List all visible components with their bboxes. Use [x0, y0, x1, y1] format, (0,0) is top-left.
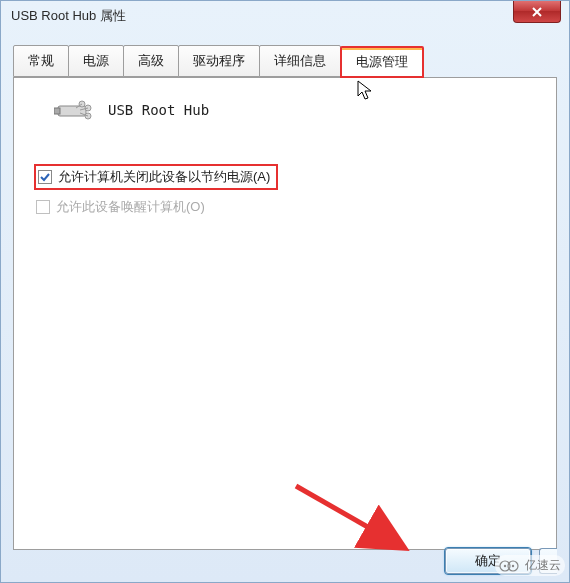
svg-rect-1	[54, 108, 60, 114]
device-name: USB Root Hub	[108, 102, 209, 118]
usb-hub-icon	[54, 96, 94, 124]
watermark-icon	[499, 559, 521, 573]
watermark: 亿速云	[495, 555, 565, 576]
checkbox-allow-shutdown-row[interactable]: 允许计算机关闭此设备以节约电源(A)	[34, 164, 278, 190]
tab-power-management[interactable]: 电源管理	[340, 46, 424, 78]
close-button[interactable]	[513, 1, 561, 23]
tab-power[interactable]: 电源	[68, 45, 124, 77]
tab-active-highlight	[342, 48, 422, 50]
device-header: USB Root Hub	[54, 96, 540, 124]
tabstrip: 常规 电源 高级 驱动程序 详细信息 电源管理	[13, 45, 557, 77]
checkbox-allow-wake-label: 允许此设备唤醒计算机(O)	[56, 198, 205, 216]
properties-window: USB Root Hub 属性 常规 电源 高级 驱动程序 详细信息 电源管理	[0, 0, 570, 583]
tab-details[interactable]: 详细信息	[259, 45, 341, 77]
tab-driver[interactable]: 驱动程序	[178, 45, 260, 77]
close-icon	[531, 6, 543, 18]
checkmark-icon	[40, 172, 50, 182]
tab-advanced[interactable]: 高级	[123, 45, 179, 77]
window-title: USB Root Hub 属性	[11, 7, 126, 25]
tab-general[interactable]: 常规	[13, 45, 69, 77]
checkbox-allow-shutdown[interactable]	[38, 170, 52, 184]
svg-rect-0	[58, 106, 86, 116]
checkbox-allow-wake-row: 允许此设备唤醒计算机(O)	[34, 196, 211, 218]
svg-point-7	[504, 564, 506, 566]
tab-panel: USB Root Hub 允许计算机关闭此设备以节约电源(A) 允许此设备唤醒计…	[13, 77, 557, 550]
svg-point-8	[512, 564, 514, 566]
titlebar[interactable]: USB Root Hub 属性	[1, 1, 569, 31]
checkbox-allow-shutdown-label: 允许计算机关闭此设备以节约电源(A)	[58, 168, 270, 186]
checkbox-allow-wake	[36, 200, 50, 214]
